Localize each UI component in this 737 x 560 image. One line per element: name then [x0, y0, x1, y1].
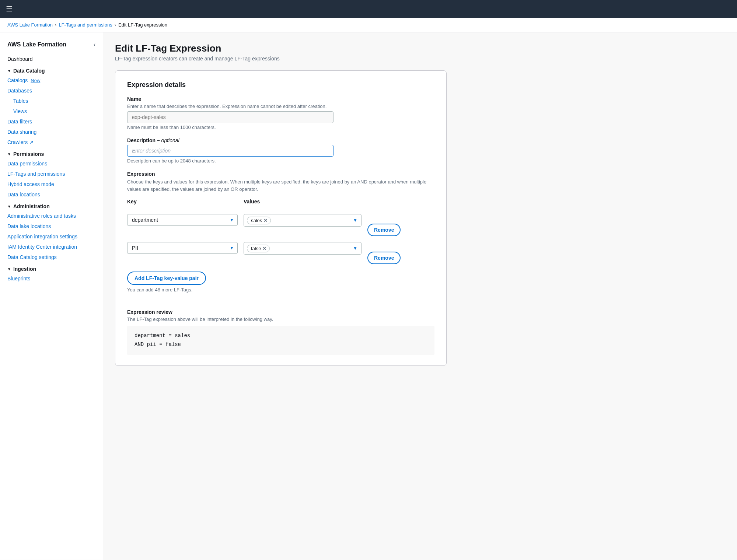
sidebar: AWS Lake Formation ‹ Dashboard ▼ Data Ca…	[0, 32, 103, 560]
arrow-icon-ingestion: ▼	[7, 267, 11, 271]
sidebar-item-data-lake-locations[interactable]: Data lake locations	[0, 221, 103, 231]
sidebar-item-iam-identity[interactable]: IAM Identity Center integration	[0, 242, 103, 252]
sidebar-item-blueprints[interactable]: Blueprints	[0, 273, 103, 284]
review-box: department = sales AND pii = false	[127, 326, 434, 355]
sidebar-collapse-button[interactable]: ‹	[94, 41, 95, 48]
remove-button-0[interactable]: Remove	[367, 224, 401, 236]
top-nav: ☰	[0, 0, 737, 18]
sidebar-item-hybrid-access[interactable]: Hybrid access mode	[0, 179, 103, 189]
sidebar-item-data-locations-perm[interactable]: Data locations	[0, 189, 103, 200]
tag-false-label: false	[251, 246, 261, 251]
key-col-0: department ▼	[127, 214, 238, 226]
name-hint-below: Name must be less than 1000 characters.	[127, 125, 434, 130]
tag-sales-label: sales	[251, 218, 262, 223]
description-label: Description – optional	[127, 137, 434, 143]
kv-row-1: PII ▼ false ✕ ▼	[127, 242, 434, 264]
review-line-1: AND pii = false	[135, 340, 427, 349]
sidebar-item-tables[interactable]: Tables	[0, 96, 103, 106]
description-field-group: Description – optional Description can b…	[127, 137, 434, 164]
sidebar-item-data-filters[interactable]: Data filters	[0, 116, 103, 127]
review-section: Expression review The LF-Tag expression …	[127, 309, 434, 355]
optional-label: optional	[161, 137, 179, 143]
sidebar-item-data-permissions[interactable]: Data permissions	[0, 158, 103, 169]
expression-section: Expression Choose the keys and values fo…	[127, 171, 434, 293]
sidebar-item-crawlers[interactable]: Crawlers ↗	[0, 137, 103, 147]
key-select-wrapper-0: department ▼	[127, 214, 238, 226]
description-hint-below: Description can be up to 2048 characters…	[127, 158, 434, 164]
arrow-icon-admin: ▼	[7, 204, 11, 209]
action-col-0: Remove	[367, 214, 404, 236]
new-badge[interactable]: New	[31, 78, 40, 83]
name-input[interactable]	[127, 111, 333, 123]
expression-title: Expression	[127, 171, 434, 177]
values-wrapper-1[interactable]: false ✕ ▼	[244, 242, 361, 255]
kv-header-row: Key Values	[127, 199, 434, 208]
sidebar-item-databases[interactable]: Databases	[0, 85, 103, 96]
breadcrumb-sep-2: ›	[115, 22, 116, 28]
name-hint: Enter a name that describes the expressi…	[127, 104, 434, 109]
sidebar-header: AWS Lake Formation ‹	[0, 38, 103, 54]
sidebar-section-permissions[interactable]: ▼ Permissions	[0, 147, 103, 158]
tag-false-remove[interactable]: ✕	[262, 246, 266, 251]
sidebar-section-admin-label: Administration	[13, 203, 50, 209]
breadcrumb-current: Edit LF-Tag expression	[118, 22, 167, 28]
breadcrumb: AWS Lake Formation › LF-Tags and permiss…	[0, 18, 737, 32]
section-divider	[127, 300, 434, 300]
action-col-1: Remove	[367, 242, 404, 264]
sidebar-section-ingestion-label: Ingestion	[13, 266, 36, 272]
review-line-0: department = sales	[135, 332, 427, 340]
expression-card: Expression details Name Enter a name tha…	[115, 70, 447, 366]
values-col-1: false ✕ ▼	[244, 242, 361, 255]
sidebar-section-administration[interactable]: ▼ Administration	[0, 200, 103, 211]
key-select-1[interactable]: PII	[127, 242, 238, 254]
tag-sales-remove[interactable]: ✕	[263, 218, 268, 223]
description-input[interactable]	[127, 145, 333, 157]
name-field-group: Name Enter a name that describes the exp…	[127, 96, 434, 130]
key-select-wrapper-1: PII ▼	[127, 242, 238, 254]
add-section: Add LF-Tag key-value pair You can add 48…	[127, 270, 434, 293]
sidebar-section-permissions-label: Permissions	[13, 151, 44, 157]
page-subtitle: LF-Tag expression creators can create an…	[115, 56, 725, 62]
remove-button-1[interactable]: Remove	[367, 252, 401, 264]
sidebar-item-views[interactable]: Views	[0, 106, 103, 116]
sidebar-item-lf-tags[interactable]: LF-Tags and permissions	[0, 169, 103, 179]
sidebar-item-data-sharing[interactable]: Data sharing	[0, 127, 103, 137]
add-kv-button[interactable]: Add LF-Tag key-value pair	[127, 272, 206, 285]
values-arrow-icon-1: ▼	[353, 246, 357, 251]
hamburger-menu[interactable]: ☰	[6, 4, 13, 13]
sidebar-title: AWS Lake Formation	[7, 41, 66, 48]
breadcrumb-home[interactable]: AWS Lake Formation	[7, 22, 53, 28]
sidebar-item-catalogs[interactable]: Catalogs New	[0, 75, 103, 85]
key-select-0[interactable]: department	[127, 214, 238, 226]
card-section-title: Expression details	[127, 81, 434, 89]
name-label: Name	[127, 96, 434, 102]
sidebar-item-dashboard[interactable]: Dashboard	[0, 54, 103, 64]
key-col-header: Key	[127, 199, 238, 204]
breadcrumb-parent[interactable]: LF-Tags and permissions	[59, 22, 112, 28]
sidebar-item-data-catalog-settings[interactable]: Data Catalog settings	[0, 252, 103, 262]
values-col-header: Values	[244, 199, 361, 204]
values-wrapper-0[interactable]: sales ✕ ▼	[244, 214, 361, 227]
page-title: Edit LF-Tag Expression	[115, 43, 725, 54]
values-col-0: sales ✕ ▼	[244, 214, 361, 227]
sidebar-section-ingestion[interactable]: ▼ Ingestion	[0, 262, 103, 273]
key-col-1: PII ▼	[127, 242, 238, 254]
sidebar-item-admin-roles[interactable]: Administrative roles and tasks	[0, 211, 103, 221]
expression-desc: Choose the keys and values for this expr…	[127, 178, 434, 193]
sidebar-item-app-integration[interactable]: Application integration settings	[0, 231, 103, 242]
tag-false: false ✕	[247, 245, 270, 252]
values-arrow-icon-0: ▼	[353, 218, 357, 223]
arrow-icon: ▼	[7, 69, 11, 73]
review-desc: The LF-Tag expression above will be inte…	[127, 316, 434, 322]
tag-sales: sales ✕	[247, 217, 271, 224]
review-title: Expression review	[127, 309, 434, 315]
kv-row-0: department ▼ sales ✕ ▼	[127, 214, 434, 236]
sidebar-section-label: Data Catalog	[13, 68, 45, 74]
breadcrumb-sep-1: ›	[55, 22, 56, 28]
layout: AWS Lake Formation ‹ Dashboard ▼ Data Ca…	[0, 32, 737, 560]
add-hint: You can add 48 more LF-Tags.	[127, 287, 434, 293]
main-content: Edit LF-Tag Expression LF-Tag expression…	[103, 32, 737, 560]
sidebar-section-data-catalog[interactable]: ▼ Data Catalog	[0, 64, 103, 75]
arrow-icon-permissions: ▼	[7, 152, 11, 156]
